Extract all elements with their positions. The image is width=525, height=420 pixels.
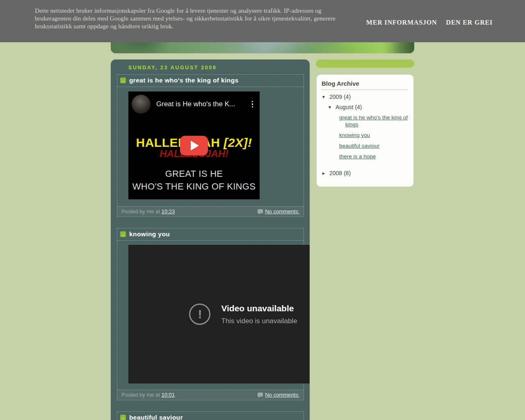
date-header: SUNDAY, 23 AUGUST 2009 [128, 65, 310, 71]
post-body: Great is He who's the K... HALLELUJAH [2… [117, 91, 304, 199]
post-title[interactable]: great is he who's the king of kings [129, 77, 239, 84]
blog-archive-widget: Blog Archive ▼ 2009 (4) ▼ August (4) gre… [317, 75, 413, 187]
youtube-video-title[interactable]: Great is He who's the K... [156, 100, 249, 108]
no-comments-link[interactable]: No comments: [265, 208, 299, 215]
archive-year-2009: ▼ 2009 (4) [322, 94, 408, 100]
cookie-message: Dette nettstedet bruker informasjonskaps… [35, 7, 340, 30]
timestamp-link[interactable]: 10:23 [162, 208, 175, 215]
blog-archive-title: Blog Archive [322, 80, 408, 90]
post-footer: Posted by me at 10:23 No comments: [117, 206, 304, 217]
collapse-triangle-icon[interactable]: ▼ [328, 105, 332, 110]
sidebar: Blog Archive ▼ 2009 (4) ▼ August (4) gre… [316, 59, 414, 187]
expand-triangle-icon[interactable]: ► [322, 171, 326, 176]
post-great-is-he: → great is he who's the king of kings Gr… [117, 74, 304, 217]
post-arrow-icon: → [120, 78, 126, 83]
more-info-button[interactable]: MER INFORMASJON [366, 19, 437, 26]
collapse-triangle-icon[interactable]: ▼ [322, 95, 326, 99]
no-comments-link[interactable]: No comments: [265, 392, 299, 398]
post-arrow-icon: → [120, 415, 126, 420]
post-arrow-icon: → [120, 231, 126, 237]
video-unavailable-subtitle: This video is unavailable [221, 317, 297, 325]
archive-post-link[interactable]: there is a hope [339, 153, 408, 160]
post-body: ! Video unavailable This video is unavai… [117, 245, 304, 383]
channel-avatar[interactable] [132, 95, 151, 114]
video-unavailable-title: Video unavailable [221, 304, 297, 313]
unavailable-video-embed[interactable]: ! Video unavailable This video is unavai… [128, 245, 310, 383]
archive-year-label: 2009 (4) [329, 94, 351, 100]
post-title[interactable]: knowing you [129, 231, 170, 238]
posted-by-line: Posted by me at 10:23 [121, 208, 175, 215]
youtube-header: Great is He who's the K... [128, 91, 260, 114]
main-posts-column: SUNDAY, 23 AUGUST 2009 → great is he who… [111, 59, 310, 420]
archive-year-label: 2008 (8) [329, 170, 351, 176]
unavailable-text-group: Video unavailable This video is unavaila… [221, 304, 297, 325]
post-footer: Posted by me at 10:01 No comments: [117, 390, 304, 400]
accept-cookies-button[interactable]: DEN ER GREI [446, 19, 493, 26]
alert-circle-icon: ! [189, 304, 210, 325]
video-caption-white: GREAT IS HE WHO'S THE KING OF KINGS [128, 167, 260, 193]
cookie-consent-banner: Dette nettstedet bruker informasjonskaps… [0, 0, 525, 42]
timestamp-link[interactable]: 10:01 [162, 392, 175, 398]
post-beautiful-saviour: → beautiful saviour [117, 411, 304, 420]
post-title[interactable]: beautiful saviour [129, 414, 183, 420]
kebab-menu-icon[interactable] [249, 99, 256, 110]
play-button-icon[interactable] [180, 136, 208, 155]
posted-by-line: Posted by me at 10:01 [121, 392, 175, 398]
comments-group: No comments: [258, 392, 299, 398]
archive-month-label: August (4) [336, 104, 362, 110]
archive-post-link[interactable]: great is he who's the king of kings [339, 114, 408, 128]
youtube-video-embed[interactable]: Great is He who's the K... HALLELUJAH [2… [128, 91, 260, 199]
archive-post-link[interactable]: beautiful saviour [339, 142, 408, 149]
post-title-row: → knowing you [117, 228, 304, 241]
archive-year-2008: ► 2008 (8) [322, 170, 408, 176]
comment-bubble-icon [258, 209, 263, 213]
archive-post-link[interactable]: knowing you [339, 132, 408, 139]
cookie-actions: MER INFORMASJON DEN ER GREI [366, 19, 493, 26]
post-title-row: → great is he who's the king of kings [117, 75, 304, 87]
comment-bubble-icon [258, 393, 263, 397]
comments-group: No comments: [258, 208, 299, 215]
archive-month-august: ▼ August (4) [328, 104, 408, 110]
post-title-row: → beautiful saviour [117, 412, 304, 420]
sidebar-gadget-header [316, 59, 414, 68]
post-knowing-you: → knowing you ! Video unavailable This v… [117, 228, 304, 400]
